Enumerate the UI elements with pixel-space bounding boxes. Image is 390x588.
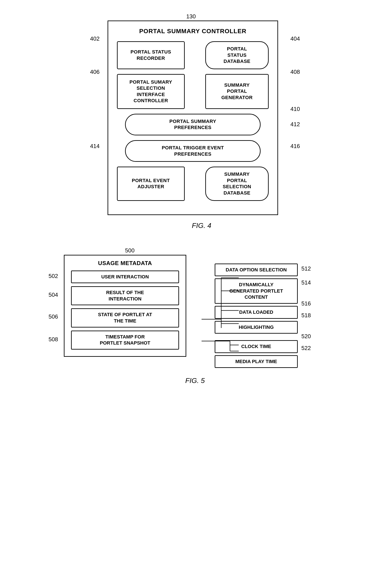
fig5-right-area: 512 514 516 518 520 522 DATA OPTION SELE… xyxy=(215,264,298,370)
fig4-ref-404: 404 xyxy=(291,35,300,42)
fig4-ref-402: 402 xyxy=(90,35,99,42)
user-interaction-box: USER INTERACTION xyxy=(71,271,179,283)
portal-event-adjuster-box: PORTAL EVENT ADJUSTER xyxy=(117,167,185,201)
fig5-wrapper: 500 502 504 506 508 USAGE METADATA USER … xyxy=(64,247,326,370)
fig4-ref-410: 410 xyxy=(291,106,300,113)
fig5-outer-box: USAGE METADATA USER INTERACTION RESULT O… xyxy=(64,255,186,357)
fig5-ref-508: 508 xyxy=(49,336,58,343)
fig4-caption: FIG. 4 xyxy=(192,222,211,230)
portal-summary-selection-box: PORTAL SUMARY SELECTION INTERFACE CONTRO… xyxy=(117,74,185,109)
clock-time-box: CLOCK TIME xyxy=(215,340,298,353)
fig5-ref-500: 500 xyxy=(125,247,135,254)
fig5-ref-502: 502 xyxy=(49,273,58,279)
portal-summary-prefs-box: PORTAL SUMMARY PREFERENCES xyxy=(125,114,261,135)
fig5-ref-512: 512 xyxy=(301,265,311,272)
fig4-section: 130 402 406 414 404 408 410 412 416 PORT… xyxy=(13,13,377,230)
result-interaction-box: RESULT OF THE INTERACTION xyxy=(71,286,179,305)
fig5-caption: FIG. 5 xyxy=(185,377,205,385)
fig4-ref-130: 130 xyxy=(186,13,196,20)
data-loaded-box: DATA LOADED xyxy=(215,306,298,319)
fig5-ref-520: 520 xyxy=(301,333,311,340)
fig5-ref-522: 522 xyxy=(301,345,311,352)
fig5-ref-518: 518 xyxy=(301,312,311,319)
fig4-ref-406: 406 xyxy=(90,69,99,75)
fig5-ref-514: 514 xyxy=(301,279,311,286)
fig4-ref-408: 408 xyxy=(291,69,300,75)
media-play-time-box: MEDIA PLAY TIME xyxy=(215,355,298,368)
fig4-title: PORTAL SUMMARY CONTROLLER xyxy=(117,28,269,35)
fig5-ref-504: 504 xyxy=(49,291,58,298)
portal-trigger-prefs-box: PORTAL TRIGGER EVENT PREFERENCES xyxy=(125,140,261,162)
fig5-layout: 502 504 506 508 USAGE METADATA USER INTE… xyxy=(64,255,326,370)
timestamp-box: TIMESTAMP FOR PORTLET SNAPSHOT xyxy=(71,331,179,350)
state-portlet-box: STATE OF PORTLET AT THE TIME xyxy=(71,308,179,327)
fig5-outer-title: USAGE METADATA xyxy=(71,260,179,267)
fig5-section: 500 502 504 506 508 USAGE METADATA USER … xyxy=(13,247,377,385)
fig4-ref-412: 412 xyxy=(291,121,300,128)
portal-status-recorder-box: PORTAL STATUS RECORDER xyxy=(117,41,185,69)
fig4-ref-414: 414 xyxy=(90,143,99,150)
fig5-ref-506: 506 xyxy=(49,313,58,320)
highlighting-box: HIGHLIGHTING xyxy=(215,321,298,334)
dynamically-generated-box: DYNAMICALLY GENERATED PORTLET CONTENT xyxy=(215,278,298,304)
fig5-ref-516: 516 xyxy=(301,300,311,307)
fig4-ref-416: 416 xyxy=(291,143,300,150)
portal-status-database-box: PORTAL STATUS DATABASE xyxy=(205,41,269,69)
summary-portal-selection-db-box: SUMMARY PORTAL SELECTION DATABASE xyxy=(205,167,269,201)
summary-portal-generator-box: SUMMARY PORTAL GENERATOR xyxy=(205,74,269,109)
fig5-left-area: 502 504 506 508 USAGE METADATA USER INTE… xyxy=(64,255,186,357)
data-option-selection-box: DATA OPTION SELECTION xyxy=(215,264,298,276)
